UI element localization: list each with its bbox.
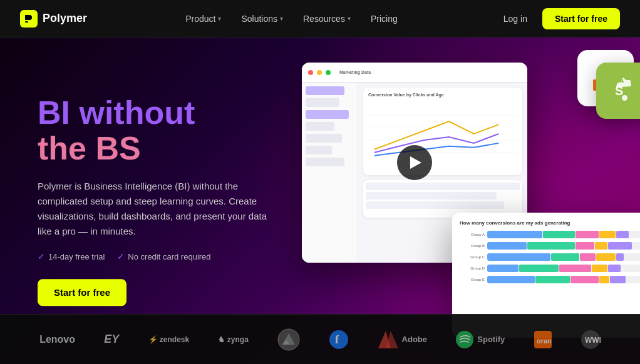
hero-checks: ✓ 14-day free trial ✓ No credit card req… [38, 252, 301, 262]
logo-text: Polymer [43, 12, 87, 25]
svg-rect-1 [25, 21, 28, 23]
chevron-down-icon: ▾ [218, 15, 221, 22]
start-for-free-nav-button[interactable]: Start for free [542, 8, 620, 29]
mountain-icon [277, 328, 300, 351]
check-no-card: ✓ No credit card required [117, 252, 210, 262]
facebook-icon: f [329, 330, 349, 350]
start-for-free-hero-button[interactable]: Start for free [38, 280, 126, 306]
trust-lenovo: Lenovo [39, 334, 75, 345]
nav-pricing[interactable]: Pricing [362, 10, 406, 28]
chevron-down-icon: ▾ [348, 15, 351, 22]
nav-product[interactable]: Product ▾ [177, 10, 230, 28]
svg-point-17 [456, 331, 473, 348]
check-trial: ✓ 14-day free trial [38, 252, 105, 262]
navbar: Polymer Product ▾ Solutions ▾ Resources … [0, 0, 640, 38]
login-link[interactable]: Log in [496, 10, 535, 28]
trust-bar: Lenovo EY ⚡ zendesk ♞ zynga f [0, 314, 640, 364]
trust-facebook: f [329, 330, 349, 350]
hero-left: BI without the BS Polymer is Business In… [38, 95, 301, 306]
shopify-icon: S [609, 75, 640, 106]
chart-area: Conversion Value by Clicks and Age [363, 88, 522, 175]
adobe-icon [378, 331, 398, 348]
bar-chart: Group A Group B [460, 231, 640, 283]
chevron-down-icon: ▾ [280, 15, 283, 22]
trust-zendesk: ⚡ zendesk [148, 335, 190, 344]
nav-links: Product ▾ Solutions ▾ Resources ▾ Pricin… [177, 10, 406, 28]
hero-section: BI without the BS Polymer is Business In… [0, 38, 640, 364]
trust-adobe: Adobe [378, 331, 427, 348]
trust-wwf: WWF [581, 330, 601, 350]
svg-text:WWF: WWF [585, 336, 601, 345]
trust-zynga: ♞ zynga [218, 335, 248, 344]
spotify-icon [456, 331, 473, 348]
play-button[interactable] [397, 145, 432, 180]
check-icon: ✓ [38, 252, 45, 262]
hero-screenshots: S Marketing Data [302, 50, 640, 350]
logo[interactable]: Polymer [20, 10, 87, 28]
trust-mountain [277, 328, 300, 351]
logo-icon [20, 10, 38, 28]
trust-ey: EY [104, 333, 119, 346]
nav-resources[interactable]: Resources ▾ [294, 10, 359, 28]
hero-subtext: Polymer is Business Intelligence (BI) wi… [38, 179, 276, 240]
trust-spotify: Spotify [456, 331, 505, 348]
svg-point-13 [329, 330, 348, 349]
nav-solutions[interactable]: Solutions ▾ [232, 10, 292, 28]
trust-orange: orange [534, 331, 552, 348]
svg-text:f: f [335, 333, 339, 346]
svg-text:orange: orange [537, 337, 552, 345]
shopify-card: S [596, 63, 640, 119]
svg-text:S: S [615, 84, 623, 98]
check-icon: ✓ [117, 252, 125, 262]
hero-heading: BI without the BS [38, 95, 301, 166]
orange-icon: orange [534, 331, 552, 348]
wwf-icon: WWF [581, 330, 601, 350]
nav-right: Log in Start for free [496, 8, 620, 29]
